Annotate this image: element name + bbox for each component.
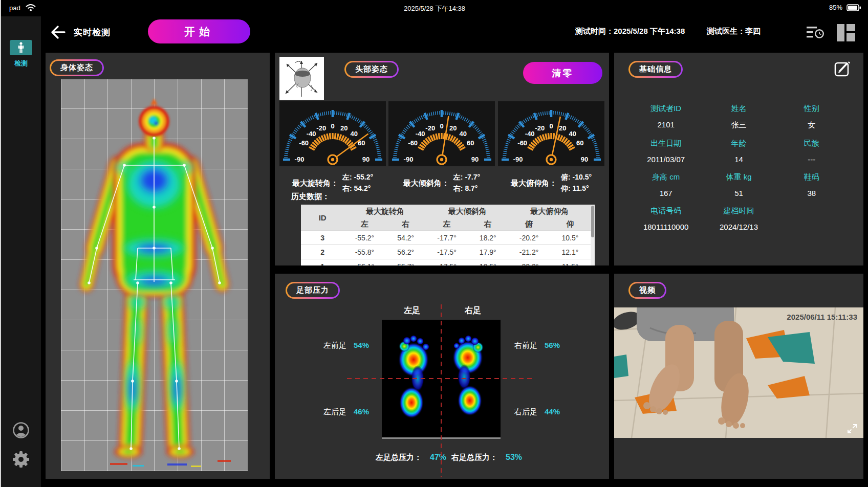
video-timestamp: 2025/06/11 15:11:33 bbox=[787, 313, 857, 321]
info-field: 身高 cm167 bbox=[630, 172, 702, 197]
edit-icon[interactable] bbox=[834, 60, 851, 77]
metric-label: 最大旋转角： bbox=[292, 179, 338, 188]
head-axes-image bbox=[279, 57, 324, 100]
svg-text:-90: -90 bbox=[404, 156, 414, 163]
metric-value: 44% bbox=[545, 407, 560, 416]
info-field-value: 2011/03/07 bbox=[630, 155, 702, 164]
sub-header: 左 bbox=[426, 218, 467, 231]
layout-grid-icon[interactable] bbox=[836, 23, 856, 42]
table-scrollbar-thumb[interactable] bbox=[591, 206, 594, 237]
max-pitch-metric: 最大俯仰角： 俯: -10.5° 仰: 11.5° bbox=[498, 169, 604, 197]
history-data-label: 历史数据： bbox=[291, 192, 330, 202]
svg-text:-20: -20 bbox=[535, 124, 545, 132]
account-icon[interactable] bbox=[12, 422, 30, 439]
settings-gear-icon[interactable] bbox=[12, 450, 30, 469]
history-cell-value: 18.2° bbox=[467, 231, 508, 245]
metric-label: 最大倾斜角： bbox=[403, 179, 449, 188]
svg-text:-20: -20 bbox=[425, 124, 435, 132]
metric-line: 左: -7.7° bbox=[453, 173, 480, 182]
left-forefoot-metric: 左前足 54% bbox=[323, 341, 369, 350]
col-header-id: ID bbox=[301, 205, 344, 231]
history-cell-value: -17.7° bbox=[426, 231, 467, 245]
info-field-label: 性别 bbox=[775, 104, 848, 114]
back-button[interactable] bbox=[50, 25, 66, 40]
info-field: 测试者ID2101 bbox=[630, 104, 702, 130]
history-cell-value: 18.5° bbox=[467, 259, 508, 266]
info-field-value: 51 bbox=[702, 189, 775, 197]
history-records-icon[interactable] bbox=[806, 24, 825, 42]
table-scrollbar bbox=[591, 205, 595, 265]
metric-label: 右前足 bbox=[514, 341, 537, 350]
left-foot-column-label: 左足 bbox=[404, 305, 420, 316]
info-field-value: 14 bbox=[702, 155, 775, 164]
metric-label: 最大俯仰角： bbox=[511, 179, 557, 188]
info-field: 姓名张三 bbox=[702, 104, 775, 130]
right-forefoot-metric: 右前足 56% bbox=[514, 341, 560, 350]
gauge-rotation: -90-60-40-20020406090 bbox=[279, 101, 386, 166]
info-field-label: 出生日期 bbox=[630, 139, 702, 148]
max-tilt-metric: 最大倾斜角： 左: -7.7° 右: 8.7° bbox=[388, 169, 495, 197]
person-icon bbox=[17, 42, 25, 53]
svg-text:-40: -40 bbox=[525, 130, 535, 138]
fullscreen-expand-icon[interactable] bbox=[847, 424, 857, 434]
right-foot-column-label: 右足 bbox=[465, 305, 481, 316]
sidebar-item-label: 检测 bbox=[1, 59, 41, 68]
info-field-value: --- bbox=[775, 155, 848, 164]
metric-value: 47% bbox=[430, 453, 446, 462]
svg-text:40: 40 bbox=[351, 130, 358, 138]
sidebar-item-detect[interactable]: 检测 bbox=[1, 40, 41, 68]
metric-value: 53% bbox=[506, 453, 522, 462]
col-group-pitch: 最大俯仰角 bbox=[508, 205, 591, 218]
svg-text:-60: -60 bbox=[299, 139, 309, 147]
test-time-value: 2025/5/28 下午14:38 bbox=[614, 27, 685, 35]
test-doctor-value: 李四 bbox=[745, 27, 761, 35]
svg-text:-40: -40 bbox=[307, 130, 316, 138]
history-cell-value: -55.8° bbox=[344, 245, 385, 259]
history-table-body: 3-55.2°54.2°-17.7°18.2°-20.2°10.5°2-55.8… bbox=[301, 231, 591, 266]
history-cell-id: 1 bbox=[301, 259, 344, 266]
history-cell-value: -20.2° bbox=[508, 231, 549, 245]
sub-header: 右 bbox=[467, 218, 508, 231]
video-title-pill: 视频 bbox=[628, 282, 666, 299]
foot-pressure-title: 足部压力 bbox=[287, 283, 338, 297]
metric-label: 左后足 bbox=[323, 407, 346, 417]
metric-value: 46% bbox=[354, 407, 369, 416]
start-button[interactable]: 开始 bbox=[148, 19, 250, 43]
test-doctor-label: 测试医生： bbox=[707, 27, 745, 35]
svg-text:90: 90 bbox=[581, 156, 588, 163]
info-field-label: 鞋码 bbox=[775, 172, 848, 182]
video-title: 视频 bbox=[630, 283, 665, 297]
info-field-label: 民族 bbox=[775, 139, 848, 148]
foot-pressure-title-pill: 足部压力 bbox=[286, 282, 340, 299]
sub-header: 俯 bbox=[508, 218, 549, 231]
history-cell-id: 3 bbox=[301, 231, 344, 245]
info-field-value: 2101 bbox=[630, 120, 702, 129]
metric-label: 左前足 bbox=[323, 341, 346, 350]
svg-text:90: 90 bbox=[362, 156, 370, 163]
svg-text:-40: -40 bbox=[416, 130, 425, 138]
body-thermal-figure bbox=[61, 79, 248, 471]
svg-text:20: 20 bbox=[559, 124, 566, 132]
sub-header: 右 bbox=[385, 218, 426, 231]
metric-line: 俯: -10.5° bbox=[561, 173, 592, 182]
history-cell-value: 56.2° bbox=[385, 245, 426, 259]
history-cell-value: 54.2° bbox=[385, 231, 426, 245]
body-thermal-map bbox=[61, 79, 248, 471]
svg-text:0: 0 bbox=[331, 122, 334, 130]
status-datetime: 2025/5/28 下午14:38 bbox=[1, 4, 868, 13]
col-group-rotation: 最大旋转角 bbox=[344, 205, 426, 218]
svg-text:40: 40 bbox=[569, 130, 576, 138]
info-field: 出生日期2011/03/07 bbox=[630, 139, 702, 164]
video-frame[interactable]: 2025/06/11 15:11:33 bbox=[614, 307, 863, 438]
metric-value: 54% bbox=[354, 341, 369, 349]
head-posture-title-pill: 头部姿态 bbox=[344, 61, 399, 78]
history-row: 3-55.2°54.2°-17.7°18.2°-20.2°10.5° bbox=[301, 231, 591, 245]
metric-value: 56% bbox=[545, 341, 560, 349]
clear-button[interactable]: 清零 bbox=[523, 62, 602, 84]
info-field: 鞋码38 bbox=[775, 172, 848, 197]
gauge-tilt: -90-60-40-20020406090 bbox=[388, 101, 495, 166]
history-cell-value: -55.2° bbox=[344, 231, 385, 245]
history-row: 2-55.8°56.2°-17.5°17.9°-21.2°12.1° bbox=[301, 245, 591, 259]
metric-label: 右后足 bbox=[514, 407, 537, 417]
info-fields: 测试者ID2101姓名张三性别女出生日期2011/03/07年龄14民族---身… bbox=[630, 104, 848, 231]
